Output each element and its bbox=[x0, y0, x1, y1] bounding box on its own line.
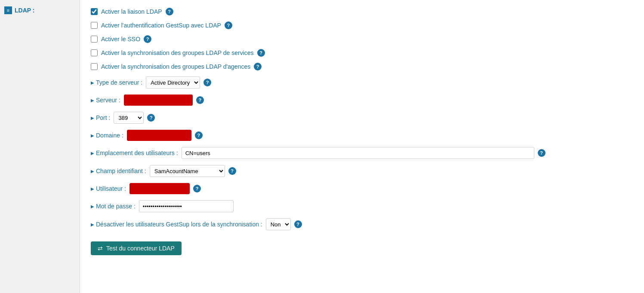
identifier-select[interactable]: SamAcountName userPrincipalName mail bbox=[150, 165, 225, 177]
triangle-icon-server: ▶ bbox=[91, 98, 94, 103]
port-select[interactable]: 389 636 3268 3269 bbox=[114, 112, 144, 124]
deactivate-row: ▶ Désactiver les utilisateurs GestSup lo… bbox=[91, 218, 633, 230]
user-location-row: ▶ Emplacement des utilisateurs : ? bbox=[91, 147, 633, 159]
main-content: Activer la liaison LDAP ? Activer l'auth… bbox=[80, 0, 644, 293]
checkbox-activer-liaison-ldap[interactable] bbox=[91, 8, 98, 15]
user-location-input[interactable] bbox=[182, 147, 534, 159]
checkbox-label-2[interactable]: Activer l'authentification GestSup avec … bbox=[101, 22, 221, 29]
user-row: ▶ Utilisateur : ? bbox=[91, 183, 633, 194]
deactivate-label: ▶ Désactiver les utilisateurs GestSup lo… bbox=[91, 221, 262, 228]
button-container: ⇄ Test du connecteur LDAP bbox=[91, 237, 633, 255]
checkbox-sync-groupes-agences[interactable] bbox=[91, 63, 98, 70]
help-icon-5[interactable]: ? bbox=[254, 63, 262, 70]
password-label: ▶ Mot de passe : bbox=[91, 203, 136, 210]
deactivate-select[interactable]: Non Oui bbox=[266, 218, 291, 230]
server-type-label: ▶ Type de serveur : bbox=[91, 79, 142, 86]
domain-label: ▶ Domaine : bbox=[91, 132, 123, 139]
server-input[interactable] bbox=[124, 95, 193, 106]
user-input[interactable] bbox=[129, 183, 190, 194]
sidebar-label: ≡ LDAP : bbox=[4, 6, 75, 14]
triangle-icon-identifier: ▶ bbox=[91, 169, 94, 174]
help-icon-3[interactable]: ? bbox=[144, 35, 151, 43]
user-location-label: ▶ Emplacement des utilisateurs : bbox=[91, 150, 178, 156]
checkbox-sync-groupes-services[interactable] bbox=[91, 49, 98, 56]
triangle-icon-domain: ▶ bbox=[91, 133, 94, 138]
triangle-icon-port: ▶ bbox=[91, 116, 94, 120]
checkbox-row-4: Activer la synchronisation des groupes L… bbox=[91, 49, 633, 57]
checkbox-row-2: Activer l'authentification GestSup avec … bbox=[91, 21, 633, 29]
help-icon-port[interactable]: ? bbox=[147, 114, 155, 122]
identifier-row: ▶ Champ identifiant : SamAcountName user… bbox=[91, 165, 633, 177]
triangle-icon-user-location: ▶ bbox=[91, 151, 94, 156]
help-icon-1[interactable]: ? bbox=[166, 8, 173, 15]
checkbox-row-1: Activer la liaison LDAP ? bbox=[91, 8, 633, 15]
test-ldap-button[interactable]: ⇄ Test du connecteur LDAP bbox=[91, 241, 182, 255]
port-row: ▶ Port : 389 636 3268 3269 ? bbox=[91, 112, 633, 124]
help-icon-4[interactable]: ? bbox=[257, 49, 265, 57]
server-type-select[interactable]: Active Directory OpenLDAP bbox=[146, 76, 200, 89]
help-icon-server[interactable]: ? bbox=[196, 96, 204, 104]
help-icon-identifier[interactable]: ? bbox=[228, 167, 236, 175]
password-row: ▶ Mot de passe : bbox=[91, 200, 633, 212]
identifier-label: ▶ Champ identifiant : bbox=[91, 168, 146, 174]
checkbox-row-5: Activer la synchronisation des groupes L… bbox=[91, 63, 633, 70]
help-icon-user[interactable]: ? bbox=[193, 185, 201, 192]
server-type-row: ▶ Type de serveur : Active Directory Ope… bbox=[91, 76, 633, 89]
checkbox-activer-sso[interactable] bbox=[91, 36, 98, 43]
password-input[interactable] bbox=[139, 200, 234, 212]
server-row: ▶ Serveur : ? bbox=[91, 95, 633, 106]
domain-row: ▶ Domaine : ? bbox=[91, 130, 633, 141]
checkbox-label-5[interactable]: Activer la synchronisation des groupes L… bbox=[101, 63, 250, 70]
checkbox-label-1[interactable]: Activer la liaison LDAP bbox=[101, 8, 162, 15]
triangle-icon-server-type: ▶ bbox=[91, 80, 94, 85]
checkbox-label-3[interactable]: Activer le SSO bbox=[101, 36, 140, 43]
checkbox-row-3: Activer le SSO ? bbox=[91, 35, 633, 43]
domain-input[interactable] bbox=[127, 130, 191, 141]
checkbox-label-4[interactable]: Activer la synchronisation des groupes L… bbox=[101, 49, 254, 56]
server-label: ▶ Serveur : bbox=[91, 97, 120, 104]
help-icon-user-location[interactable]: ? bbox=[538, 149, 545, 157]
test-ldap-icon: ⇄ bbox=[98, 245, 103, 252]
port-label: ▶ Port : bbox=[91, 114, 110, 121]
sidebar: ≡ LDAP : bbox=[0, 0, 80, 293]
triangle-icon-password: ▶ bbox=[91, 204, 94, 209]
checkbox-authentification-gestsup[interactable] bbox=[91, 22, 98, 29]
help-icon-server-type[interactable]: ? bbox=[203, 79, 211, 86]
triangle-icon-deactivate: ▶ bbox=[91, 222, 94, 227]
user-label: ▶ Utilisateur : bbox=[91, 185, 126, 192]
triangle-icon-user: ▶ bbox=[91, 186, 94, 191]
help-icon-deactivate[interactable]: ? bbox=[294, 220, 302, 228]
help-icon-2[interactable]: ? bbox=[225, 21, 232, 29]
ldap-icon: ≡ bbox=[4, 6, 12, 14]
help-icon-domain[interactable]: ? bbox=[195, 131, 203, 139]
